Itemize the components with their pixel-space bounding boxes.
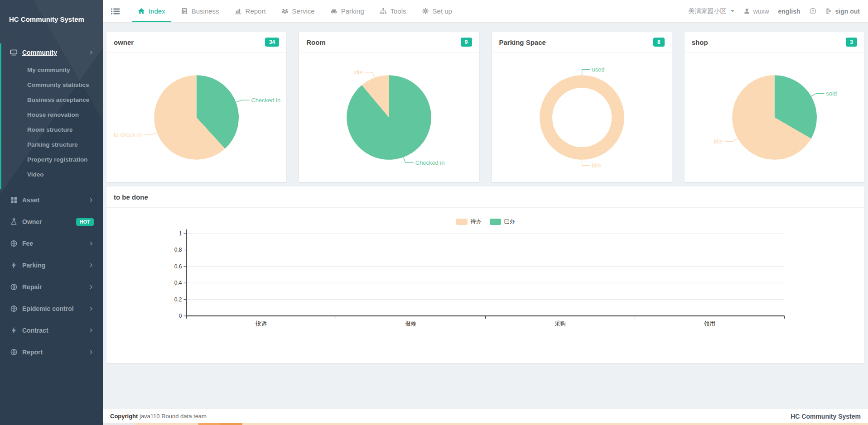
sidebar-group-contract: Contract: [0, 320, 103, 341]
sidebar-item-community[interactable]: Community: [1, 43, 103, 62]
legend-item-pending[interactable]: 待办: [456, 218, 482, 225]
legend-swatch-peach: [456, 219, 468, 225]
sidebar-item-owner[interactable]: Owner HOT: [1, 211, 103, 233]
sidebar-item-label: Owner: [22, 218, 76, 225]
sidebar-group-parking: Parking: [0, 254, 103, 276]
shop-card: shop 3 soldidle: [685, 32, 864, 182]
bolt-icon: [10, 262, 18, 269]
card-header: to be done: [106, 186, 864, 208]
sidebar-item-house-renovation[interactable]: House renovation: [1, 107, 103, 122]
strip-segment: [242, 423, 868, 425]
owner-card: owner 34 Checked into check in: [106, 32, 286, 182]
sign-out-label: sign out: [835, 8, 860, 15]
sidebar-item-report[interactable]: Report: [1, 341, 103, 363]
shop-pie-chart: soldidle: [685, 53, 864, 182]
language-switcher[interactable]: english: [778, 8, 800, 15]
tab-index[interactable]: Index: [132, 0, 171, 22]
username: wuxw: [753, 8, 769, 15]
svg-text:采购: 采购: [555, 320, 566, 327]
sidebar-item-business-acceptance[interactable]: Business acceptance: [1, 92, 103, 107]
tab-report[interactable]: Report: [229, 0, 271, 22]
calculator-icon: [181, 8, 188, 14]
sidebar-toggle-icon[interactable]: [111, 8, 120, 15]
sidebar-item-label: Parking: [22, 262, 88, 269]
strip-segment: [220, 423, 242, 425]
tab-set-up[interactable]: Set up: [416, 0, 458, 22]
sidebar-group-fee: Fee: [0, 233, 103, 254]
sidebar-item-contract[interactable]: Contract: [1, 320, 103, 341]
tab-business[interactable]: Business: [175, 0, 225, 22]
svg-text:0.4: 0.4: [174, 280, 182, 286]
sidebar-item-epidemic-control[interactable]: Epidemic control: [1, 298, 103, 320]
svg-text:to check in: to check in: [114, 131, 142, 138]
app-root: HC Community System Community My communi…: [0, 0, 868, 425]
chevron-right-icon: [88, 197, 94, 203]
count-badge: 34: [265, 38, 279, 47]
svg-text:used: used: [592, 66, 604, 73]
user-menu[interactable]: wuxw: [743, 8, 769, 15]
sidebar-item-asset[interactable]: Asset: [1, 189, 103, 211]
chevron-right-icon: [88, 306, 94, 311]
svg-text:Checked in: Checked in: [251, 97, 281, 104]
card-title: Room: [306, 38, 326, 46]
globe-icon: [10, 305, 18, 312]
tab-label: Report: [246, 7, 266, 15]
sign-out-button[interactable]: sign out: [825, 8, 860, 15]
footer-copyright-bold: Copyright: [110, 413, 138, 420]
community-select[interactable]: 美满家园小区: [689, 7, 734, 15]
tab-tools[interactable]: Tools: [374, 0, 412, 22]
to-be-done-bar-chart: 00.20.40.60.81投诉报修采购领用: [106, 225, 864, 336]
sidebar-group-owner: Owner HOT: [0, 211, 103, 233]
count-badge: 9: [461, 38, 472, 47]
globe-icon: [10, 240, 18, 247]
card-header: shop 3: [685, 32, 864, 53]
tab-label: Business: [192, 7, 219, 15]
sidebar-item-parking-structure[interactable]: Parking structure: [1, 137, 103, 152]
sidebar-item-label: Report: [22, 349, 88, 356]
svg-text:idle: idle: [714, 138, 723, 145]
svg-text:领用: 领用: [704, 320, 715, 327]
svg-text:1: 1: [179, 230, 182, 237]
users-icon: [281, 8, 289, 14]
count-badge: 8: [653, 38, 665, 47]
sidebar-item-my-community[interactable]: My community: [1, 62, 103, 77]
footer-brand: HC Community System: [791, 413, 861, 420]
tab-label: Service: [292, 7, 315, 15]
sidebar-group-report: Report: [0, 341, 103, 363]
sidebar-item-community-statistics[interactable]: Community statistics: [1, 77, 103, 92]
gear-icon: [422, 8, 429, 14]
chevron-right-icon: [88, 349, 94, 355]
user-icon: [743, 8, 750, 14]
svg-text:报修: 报修: [405, 320, 417, 327]
to-be-done-card: to be done 待办 已办 00.20.40.60.81投诉报修采购领用: [106, 186, 864, 363]
help-button[interactable]: ?: [810, 8, 816, 14]
sidebar-item-repair[interactable]: Repair: [1, 276, 103, 298]
legend-label: 已办: [504, 218, 515, 225]
legend-item-done[interactable]: 已办: [490, 218, 515, 225]
sidebar-item-label: Asset: [22, 196, 88, 204]
stat-cards-row: owner 34 Checked into check in Room 9 Ch…: [106, 32, 864, 182]
sitemap-icon: [380, 8, 387, 14]
sidebar-item-room-structure[interactable]: Room structure: [1, 122, 103, 137]
sidebar-item-fee[interactable]: Fee: [1, 233, 103, 254]
top-nav: Index Business Report: [132, 0, 462, 22]
footer-copyright-rest: java110 Round data team: [138, 413, 207, 420]
svg-text:?: ?: [811, 9, 814, 14]
th-large-icon: [10, 196, 18, 204]
svg-text:idle: idle: [354, 69, 363, 76]
sidebar-item-video[interactable]: Video: [1, 167, 103, 182]
tab-label: Tools: [391, 7, 406, 15]
sidebar-item-label: Repair: [22, 283, 88, 291]
sidebar-item-property-registration[interactable]: Property registration: [1, 152, 103, 167]
card-header: Room 9: [299, 32, 479, 53]
globe-icon: [10, 349, 18, 356]
sidebar: HC Community System Community My communi…: [0, 0, 103, 425]
bar-chart-legend: 待办 已办: [106, 218, 864, 225]
chevron-right-icon: [88, 263, 94, 268]
sidebar-item-parking[interactable]: Parking: [1, 254, 103, 276]
strip-segment: [135, 423, 198, 425]
legend-label: 待办: [471, 218, 482, 225]
parking-donut-chart: usedidle: [492, 53, 672, 182]
tab-parking[interactable]: Parking: [325, 0, 370, 22]
tab-service[interactable]: Service: [276, 0, 320, 22]
